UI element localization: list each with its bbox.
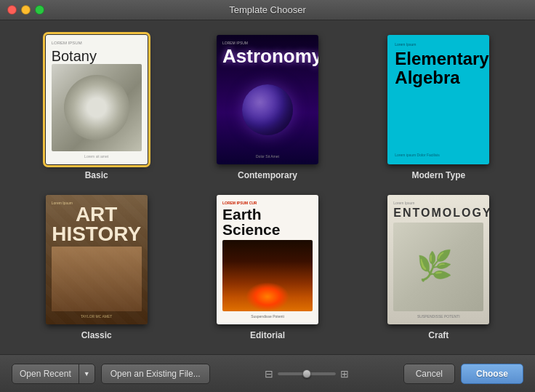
basic-title: Botany	[52, 48, 142, 64]
open-existing-button[interactable]: Open an Existing File...	[101, 364, 210, 384]
titlebar: Template Chooser	[0, 0, 535, 20]
template-label-basic: Basic	[85, 170, 108, 180]
template-cover-editorial: LOREM IPSUM CUR Earth Science Suspendiss…	[217, 195, 318, 324]
astronomy-title: Astronomy	[222, 47, 313, 65]
open-recent-button[interactable]: Open Recent ▼	[12, 364, 95, 384]
template-cover-basic: LOREM IPSUM Botany Lorem sit amet	[46, 35, 148, 164]
template-item-craft[interactable]: Lorem Ipsum ENTOMOLOGY SUSPENDISSE POTEN…	[364, 195, 513, 340]
window-controls	[7, 5, 44, 15]
template-cover-contemporary: LOREM IPSUM Astronomy Dolor Sit Amet	[217, 35, 318, 164]
cancel-button[interactable]: Cancel	[403, 364, 455, 384]
zoom-out-icon: ⊟	[265, 368, 273, 380]
template-item-basic[interactable]: LOREM IPSUM Botany Lorem sit amet Basic	[22, 35, 171, 180]
zoom-controls: ⊟ ⊞	[265, 368, 349, 380]
template-label-editorial: Editorial	[250, 330, 285, 340]
window-title: Template Chooser	[229, 4, 306, 15]
open-recent-label: Open Recent	[12, 364, 79, 383]
main-content: LOREM IPSUM Botany Lorem sit amet Basic …	[0, 20, 535, 354]
template-cover-modern-type: Lorem Ipsum Elementary Algebra Lorem ips…	[387, 35, 489, 164]
template-item-contemporary[interactable]: LOREM IPSUM Astronomy Dolor Sit Amet Con…	[193, 35, 342, 180]
modern-title: Elementary Algebra	[395, 49, 482, 150]
template-label-classic: Classic	[81, 330, 112, 340]
template-label-contemporary: Contemporary	[238, 170, 297, 180]
editorial-title: Earth Science	[222, 207, 313, 237]
template-label-modern-type: Modern Type	[411, 170, 465, 180]
maximize-button[interactable]	[35, 5, 44, 15]
zoom-in-icon: ⊞	[340, 368, 349, 380]
craft-title: ENTOMOLOGY	[393, 207, 483, 220]
zoom-slider[interactable]	[278, 372, 336, 375]
template-cover-classic: Lorem Ipsum ARTHISTORY TAYLOR MC AMET	[46, 195, 148, 324]
template-grid: LOREM IPSUM Botany Lorem sit amet Basic …	[22, 35, 513, 340]
art-title: ARTHISTORY	[52, 205, 142, 244]
template-label-craft: Craft	[428, 330, 448, 340]
template-item-editorial[interactable]: LOREM IPSUM CUR Earth Science Suspendiss…	[193, 195, 342, 340]
template-cover-craft: Lorem Ipsum ENTOMOLOGY SUSPENDISSE POTEN…	[387, 195, 489, 324]
template-item-modern-type[interactable]: Lorem Ipsum Elementary Algebra Lorem ips…	[364, 35, 513, 180]
open-recent-arrow-icon: ▼	[79, 364, 94, 383]
minimize-button[interactable]	[21, 5, 31, 15]
close-button[interactable]	[7, 5, 17, 15]
choose-button[interactable]: Choose	[461, 364, 523, 384]
template-item-classic[interactable]: Lorem Ipsum ARTHISTORY TAYLOR MC AMET Cl…	[22, 195, 171, 340]
bottom-bar: Open Recent ▼ Open an Existing File... ⊟…	[0, 354, 535, 392]
